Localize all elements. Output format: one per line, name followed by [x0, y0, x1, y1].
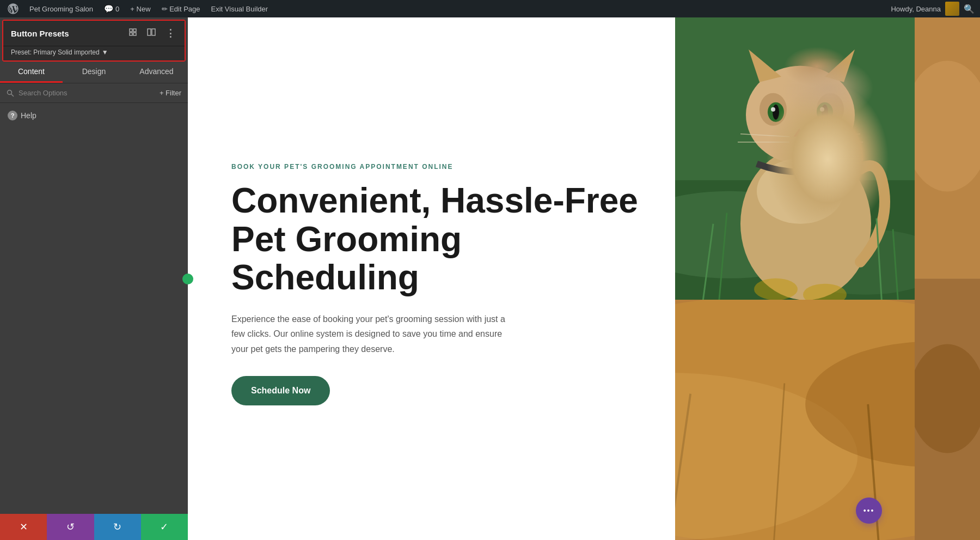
howdy-text: Howdy, Deanna — [891, 5, 941, 13]
svg-rect-6 — [152, 29, 155, 35]
exit-builder-button[interactable]: Exit Visual Builder — [209, 0, 271, 17]
hero-subtitle: BOOK YOUR PET'S GROOMING APPOINTMENT ONL… — [231, 163, 642, 171]
svg-point-32 — [754, 278, 798, 300]
comment-bubble-icon: 💬 — [104, 4, 113, 13]
panel-title: Button Presets — [11, 29, 69, 38]
filter-button[interactable]: + Filter — [160, 89, 181, 97]
svg-marker-15 — [749, 50, 781, 82]
svg-point-11 — [675, 191, 838, 278]
tab-advanced-label: Advanced — [139, 67, 173, 76]
undo-icon: ↺ — [66, 521, 75, 533]
hero-image-column — [675, 17, 915, 540]
redo-icon: ↻ — [113, 521, 121, 533]
svg-marker-16 — [825, 50, 855, 82]
panel-preset: Preset: Primary Solid imported ▼ — [3, 46, 185, 60]
panel-tabs: Content Design Advanced — [0, 62, 188, 83]
svg-point-20 — [773, 105, 779, 120]
panel-header-outlined: Button Presets ⋮ Preset: Primary Solid i… — [2, 20, 186, 62]
tab-advanced[interactable]: Advanced — [125, 62, 188, 83]
svg-line-36 — [877, 219, 882, 305]
hero-title: Convenient, Hassle-Free Pet Grooming Sch… — [231, 181, 642, 296]
right-strip-svg — [915, 17, 980, 540]
svg-point-30 — [757, 159, 844, 224]
panel-header: Button Presets ⋮ — [3, 21, 185, 46]
svg-line-26 — [740, 134, 789, 137]
svg-point-31 — [795, 171, 806, 181]
panel-header-icons: ⋮ — [126, 26, 177, 40]
svg-point-22 — [822, 105, 828, 120]
edit-page-label: ✏ Edit Page — [162, 5, 200, 13]
admin-bar-right: Howdy, Deanna 🔍 — [891, 2, 975, 16]
site-name-text: Pet Grooming Salon — [29, 5, 93, 13]
comments-link[interactable]: 💬 0 — [102, 0, 121, 17]
svg-point-23 — [771, 107, 775, 112]
hero-section: BOOK YOUR PET'S GROOMING APPOINTMENT ONL… — [188, 17, 980, 540]
new-content-button[interactable]: + New — [128, 0, 152, 17]
right-strip — [915, 17, 980, 540]
svg-line-37 — [893, 229, 898, 305]
cancel-icon: ✕ — [20, 521, 28, 533]
avatar[interactable] — [945, 2, 959, 16]
svg-point-17 — [759, 93, 787, 126]
svg-rect-2 — [133, 29, 136, 32]
admin-search-icon[interactable]: 🔍 — [964, 4, 975, 14]
panel-search-row: + Filter — [0, 83, 188, 103]
tab-content[interactable]: Content — [0, 62, 63, 83]
wp-logo[interactable] — [5, 0, 21, 17]
save-icon: ✓ — [160, 521, 168, 533]
fab-icon: ••• — [863, 506, 875, 515]
cta-label: Schedule Now — [251, 386, 310, 395]
svg-point-52 — [915, 61, 980, 192]
help-icon: ? — [8, 111, 17, 120]
svg-rect-3 — [130, 33, 132, 35]
svg-rect-5 — [148, 29, 151, 35]
new-content-label: + New — [130, 5, 150, 13]
svg-point-13 — [740, 148, 871, 300]
content-area: BOOK YOUR PET'S GROOMING APPOINTMENT ONL… — [188, 17, 980, 540]
cancel-button[interactable]: ✕ — [0, 514, 47, 540]
svg-rect-1 — [130, 29, 132, 32]
admin-bar: Pet Grooming Salon 💬 0 + New ✏ Edit Page… — [0, 0, 980, 17]
exit-builder-label: Exit Visual Builder — [211, 5, 268, 13]
svg-line-28 — [811, 134, 860, 137]
schedule-now-button[interactable]: Schedule Now — [231, 376, 330, 405]
edit-page-link[interactable]: ✏ Edit Page — [160, 0, 203, 17]
svg-point-18 — [817, 93, 844, 126]
preset-arrow[interactable]: ▼ — [102, 48, 108, 56]
cat-svg — [675, 17, 915, 305]
svg-line-8 — [11, 94, 14, 96]
redo-button[interactable]: ↻ — [94, 514, 141, 540]
expand-icon[interactable] — [126, 27, 139, 40]
help-label: Help — [21, 111, 36, 120]
svg-point-21 — [817, 102, 833, 122]
comment-count: 0 — [115, 5, 119, 13]
search-icon — [7, 89, 14, 97]
svg-point-19 — [768, 102, 784, 122]
hero-left: BOOK YOUR PET'S GROOMING APPOINTMENT ONL… — [188, 17, 675, 540]
left-panel: Button Presets ⋮ Preset: Primary Solid i… — [0, 17, 188, 540]
hero-description: Experience the ease of booking your pet'… — [231, 312, 514, 356]
svg-point-7 — [8, 90, 12, 94]
svg-line-35 — [719, 213, 727, 305]
undo-button[interactable]: ↺ — [47, 514, 94, 540]
tab-design-label: Design — [82, 67, 106, 76]
svg-point-24 — [820, 107, 824, 112]
svg-rect-4 — [133, 33, 136, 35]
site-name-link[interactable]: Pet Grooming Salon — [27, 0, 95, 17]
filter-label: + Filter — [160, 89, 181, 97]
columns-icon[interactable] — [145, 27, 158, 40]
svg-point-14 — [746, 66, 855, 164]
panel-bottom-toolbar: ✕ ↺ ↻ ✓ — [0, 514, 188, 540]
svg-point-53 — [915, 344, 980, 453]
svg-point-12 — [784, 229, 915, 295]
more-options-icon[interactable]: ⋮ — [163, 26, 177, 40]
save-button[interactable]: ✓ — [141, 514, 188, 540]
floating-action-button[interactable]: ••• — [856, 497, 882, 524]
help-section[interactable]: ? Help — [0, 103, 188, 128]
tab-design[interactable]: Design — [63, 62, 125, 83]
tab-content-label: Content — [18, 67, 45, 76]
svg-marker-25 — [794, 129, 805, 137]
search-input[interactable] — [19, 89, 155, 97]
main-layout: Button Presets ⋮ Preset: Primary Solid i… — [0, 17, 980, 540]
connection-dot — [182, 274, 193, 284]
